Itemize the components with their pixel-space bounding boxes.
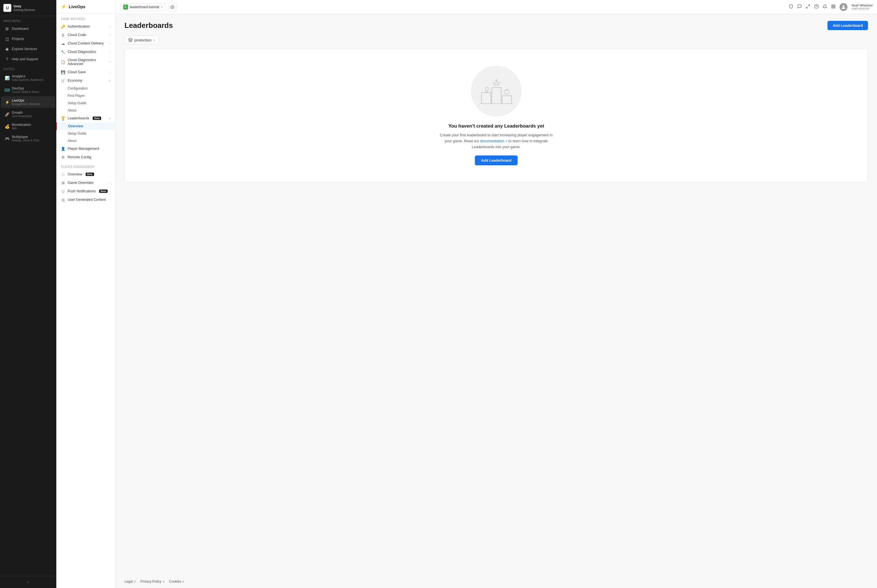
mid-menu-header: ⚡ LiveOps bbox=[56, 0, 115, 14]
mid-item-leaderboards[interactable]: 🏆 Leaderboards Beta ∨ bbox=[56, 114, 115, 123]
sidebar-item-growth[interactable]: 🚀 Growth User Acquisition bbox=[1, 108, 55, 120]
mid-item-cloud-content[interactable]: ☁ Cloud Content Delivery › bbox=[56, 39, 115, 48]
dashboard-icon: ⊞ bbox=[4, 26, 10, 31]
cloud-diagnostics-adv-label: Cloud Diagnostics Advanced bbox=[67, 58, 108, 66]
monetization-icon: 💰 bbox=[4, 124, 10, 129]
mid-sub-economy-about[interactable]: About bbox=[56, 107, 115, 114]
user-generated-label: User Generated Content bbox=[67, 198, 106, 202]
empty-add-leaderboard-button[interactable]: Add Leaderboard bbox=[475, 156, 518, 165]
leaderboards-about-label: About bbox=[67, 139, 76, 143]
sidebar-collapse-btn[interactable]: ‹ bbox=[0, 576, 56, 588]
avatar[interactable] bbox=[840, 3, 847, 11]
analytics-label: Analytics bbox=[12, 74, 43, 78]
svg-rect-8 bbox=[832, 7, 833, 8]
game-overrides-label: Game Overrides bbox=[67, 181, 93, 185]
sidebar-item-liveops[interactable]: ⚡ LiveOps Engagement, Backend bbox=[1, 96, 55, 108]
help-circle-icon[interactable] bbox=[814, 4, 819, 10]
cookies-link[interactable]: Cookies bbox=[169, 579, 184, 584]
mid-item-game-overrides[interactable]: ⊞ Game Overrides › bbox=[56, 178, 115, 187]
message-icon[interactable] bbox=[797, 4, 802, 10]
svg-rect-5 bbox=[832, 5, 833, 6]
mid-item-player-management[interactable]: 👤 Player Management bbox=[56, 144, 115, 153]
mid-sub-economy-setup[interactable]: Setup Guide bbox=[56, 99, 115, 107]
player-management-label: Player Management bbox=[67, 147, 99, 151]
mid-sub-leaderboards-overview[interactable]: Overview bbox=[56, 123, 115, 130]
empty-title: You haven't created any Leaderboards yet bbox=[448, 123, 544, 129]
mid-item-cloud-code[interactable]: {} Cloud Code › bbox=[56, 31, 115, 39]
remote-config-icon: ⚙ bbox=[61, 155, 65, 159]
save-chevron-icon: › bbox=[110, 70, 111, 74]
code-icon: {} bbox=[61, 33, 65, 37]
grid-icon[interactable] bbox=[831, 4, 836, 10]
logo: U Unity Gaming Services bbox=[0, 0, 56, 16]
shield-icon[interactable] bbox=[789, 4, 793, 10]
add-leaderboard-button[interactable]: Add Leaderboard bbox=[828, 21, 868, 30]
mid-item-user-generated[interactable]: ◎ User Generated Content › bbox=[56, 195, 115, 204]
mid-item-cloud-diagnostics[interactable]: 🔧 Cloud Diagnostics › bbox=[56, 48, 115, 56]
project-selector[interactable]: L leaderboard-tutorial ∨ bbox=[120, 3, 166, 11]
sidebar-item-explore-label: Explore Services bbox=[12, 47, 37, 51]
documentation-link[interactable]: documentation bbox=[480, 139, 508, 143]
expand-icon[interactable] bbox=[806, 4, 810, 10]
push-notifications-label: Push Notifications bbox=[67, 189, 96, 193]
svg-rect-11 bbox=[481, 92, 491, 104]
diagnostics-adv-chevron-icon: › bbox=[110, 60, 111, 64]
project-dot: L bbox=[123, 4, 128, 10]
mid-item-push-notifications[interactable]: ◇ Push Notifications Beta › bbox=[56, 187, 115, 195]
sidebar-item-multiplayer[interactable]: 🎮 Multiplayer Hosting, Voice & Chat bbox=[1, 133, 55, 144]
mid-sub-leaderboards-about[interactable]: About bbox=[56, 137, 115, 144]
bell-icon[interactable] bbox=[823, 4, 827, 10]
economy-about-label: About bbox=[67, 108, 76, 112]
sidebar-item-help[interactable]: ? Help and Support bbox=[1, 54, 55, 64]
economy-label: Economy bbox=[67, 79, 82, 82]
mid-sub-leaderboards-setup[interactable]: Setup Guide bbox=[56, 130, 115, 137]
svg-point-15 bbox=[493, 82, 494, 84]
topbar: L leaderboard-tutorial ∨ bbox=[115, 0, 877, 14]
svg-line-2 bbox=[806, 7, 808, 8]
find-player-label: Find Player bbox=[67, 94, 85, 98]
mid-item-authentication[interactable]: 🔑 Authentication › bbox=[56, 22, 115, 31]
sidebar-item-explore[interactable]: ◉ Explore Services bbox=[1, 44, 55, 54]
project-name: leaderboard-tutorial bbox=[130, 5, 159, 9]
privacy-link[interactable]: Privacy Policy bbox=[140, 579, 165, 584]
mid-item-overview-beta[interactable]: □ Overview Beta bbox=[56, 170, 115, 178]
mid-item-remote-config[interactable]: ⚙ Remote Config bbox=[56, 153, 115, 161]
analytics-icon: 📊 bbox=[4, 75, 10, 81]
push-notif-chevron-icon: › bbox=[110, 190, 111, 193]
env-name: production bbox=[134, 38, 151, 42]
push-notif-icon: ◇ bbox=[61, 189, 65, 194]
cloud-save-label: Cloud Save bbox=[67, 70, 86, 74]
legal-link[interactable]: Legal bbox=[124, 579, 136, 584]
environment-selector[interactable]: production ∨ bbox=[124, 36, 159, 44]
devops-sub: Create, Build & Share bbox=[12, 90, 39, 93]
logo-subtitle: Gaming Services bbox=[13, 9, 35, 12]
mid-item-cloud-diagnostics-adv[interactable]: 📋 Cloud Diagnostics Advanced › bbox=[56, 56, 115, 68]
economy-chevron-icon: ∨ bbox=[109, 79, 111, 82]
suites-label: Suites bbox=[0, 64, 56, 72]
mid-item-economy[interactable]: 🛒 Economy ∨ bbox=[56, 76, 115, 85]
analytics-sub: Data Explorer, Audiences bbox=[12, 78, 43, 81]
leaderboards-icon: 🏆 bbox=[61, 116, 65, 120]
settings-button[interactable] bbox=[168, 3, 177, 11]
monetization-sub: Ads bbox=[12, 127, 31, 130]
topbar-icons: Noah Whelchel noah.whelchel bbox=[789, 3, 873, 11]
page-content: Leaderboards Add Leaderboard production … bbox=[115, 14, 877, 575]
sidebar-item-projects[interactable]: ◫ Projects bbox=[1, 34, 55, 44]
sidebar-item-devops[interactable]: ⌨ DevOps Create, Build & Share bbox=[1, 84, 55, 96]
project-chevron-icon: ∨ bbox=[161, 5, 163, 9]
player-mgmt-icon: 👤 bbox=[61, 146, 65, 151]
game-backend-label: Game Backend bbox=[56, 14, 115, 22]
leaderboards-overview-label: Overview bbox=[68, 124, 83, 128]
leaderboards-chevron-icon: ∨ bbox=[109, 117, 111, 120]
mid-item-cloud-save[interactable]: 💾 Cloud Save › bbox=[56, 68, 115, 76]
sidebar-item-analytics[interactable]: 📊 Analytics Data Explorer, Audiences bbox=[1, 72, 55, 84]
sidebar-item-monetization[interactable]: 💰 Monetization Ads bbox=[1, 120, 55, 132]
economy-setup-label: Setup Guide bbox=[67, 101, 87, 105]
leaderboard-svg bbox=[477, 72, 516, 111]
diagnostics-chevron-icon: › bbox=[110, 50, 111, 54]
cloud-code-chevron-icon: › bbox=[110, 33, 111, 37]
mid-sub-economy-configuration[interactable]: Configuration bbox=[56, 85, 115, 92]
mid-sub-economy-find-player[interactable]: Find Player bbox=[56, 92, 115, 99]
liveops-sub: Engagement, Backend bbox=[12, 102, 40, 106]
sidebar-item-dashboard[interactable]: ⊞ Dashboard bbox=[1, 24, 55, 33]
